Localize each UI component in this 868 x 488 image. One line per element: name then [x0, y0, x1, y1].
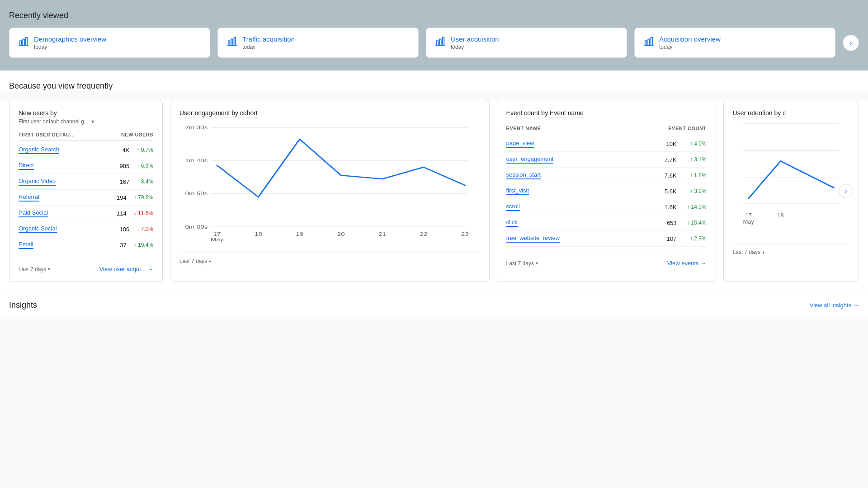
row-change: 6.9%	[137, 163, 153, 169]
svg-rect-14	[651, 38, 653, 45]
row-label[interactable]: Organic Social	[19, 225, 57, 233]
event-name[interactable]: scroll	[506, 203, 520, 211]
svg-rect-2	[26, 38, 28, 45]
rv-card-user-acq[interactable]: User acquisition today	[426, 28, 627, 58]
row-change: 0.7%	[137, 147, 153, 153]
bar-chart-icon	[435, 37, 445, 49]
new-users-subtitle-row: First user default channel g... ▾	[19, 118, 153, 125]
row-label[interactable]: Paid Social	[19, 209, 48, 217]
event-count: 1.6K	[659, 204, 677, 211]
event-values: 10K 4.0%	[659, 141, 707, 147]
table-row: Email 37 19.4%	[19, 237, 153, 253]
insights-section: Insights View all insights →	[0, 291, 868, 319]
event-name[interactable]: session_start	[506, 171, 541, 179]
table-row: Referral 194 79.6%	[19, 190, 153, 206]
cohort-period[interactable]: Last 7 days ▾	[179, 258, 211, 264]
event-change: 3.1%	[684, 156, 707, 163]
cohort-title: User engagement by cohort	[179, 109, 480, 117]
bar-chart-icon	[644, 37, 654, 49]
new-users-table: FIRST USER DEFAU... NEW USERS Organic Se…	[19, 129, 153, 253]
recently-viewed-title: Recently viewed	[9, 11, 859, 20]
event-name[interactable]: first_visit	[506, 187, 529, 195]
retention-next-button[interactable]: ›	[839, 184, 853, 198]
view-events-link[interactable]: View events →	[667, 260, 707, 267]
rv-card-title: Demographics overview	[34, 35, 106, 43]
event-values: 7.7K 3.1%	[659, 156, 707, 163]
row-count: 167	[120, 178, 130, 185]
event-values: 653 15.4%	[659, 220, 707, 226]
recently-viewed-cards: Demographics overview today Traffic acqu…	[9, 28, 859, 58]
rv-card-traffic[interactable]: Traffic acquisition today	[217, 28, 419, 58]
svg-text:17: 17	[213, 231, 221, 237]
view-all-insights-link[interactable]: View all insights →	[810, 302, 859, 309]
svg-text:19: 19	[296, 231, 303, 237]
row-label[interactable]: Referral	[19, 193, 39, 202]
event-row: page_view 10K 4.0%	[506, 136, 707, 152]
event-values: 1.6K 14.0%	[659, 204, 707, 211]
row-count: 106	[120, 226, 130, 233]
svg-text:23: 23	[461, 231, 469, 237]
row-count: 194	[117, 194, 127, 201]
event-values: 5.6K 3.2%	[659, 188, 707, 195]
event-name[interactable]: user_engagement	[506, 155, 554, 164]
new-users-table-header: FIRST USER DEFAU... NEW USERS	[19, 129, 153, 141]
svg-rect-13	[648, 39, 650, 46]
event-row: session_start 7.6K 1.8%	[506, 168, 707, 183]
new-users-period[interactable]: Last 7 days ▾	[19, 266, 50, 272]
new-users-subtitle: First user default channel g...	[19, 118, 89, 125]
event-name[interactable]: free_website_review	[506, 235, 560, 243]
new-users-rows: Organic Search 4K 0.7% Direct 985 6.9% O…	[19, 142, 153, 253]
svg-rect-0	[20, 41, 22, 45]
rv-next-button[interactable]: ›	[843, 35, 859, 51]
rv-card-title: Traffic acquisition	[242, 35, 295, 43]
svg-text:May: May	[743, 218, 754, 225]
event-period[interactable]: Last 7 days ▾	[506, 260, 538, 267]
row-label[interactable]: Direct	[19, 162, 34, 170]
event-count: 5.6K	[659, 188, 677, 195]
rv-card-acq-overview[interactable]: Acquisition overview today	[634, 28, 835, 58]
event-count-title: Event count by Event name	[506, 109, 707, 117]
retention-period[interactable]: Last 7 days ▾	[733, 249, 764, 255]
row-change: 11.6%	[134, 210, 153, 216]
recently-viewed-section: Recently viewed Demographics overview to…	[0, 0, 868, 70]
event-count-card: Event count by Event name EVENT NAME EVE…	[497, 100, 716, 282]
row-label[interactable]: Organic Search	[19, 146, 59, 154]
arrow-icon: →	[147, 266, 153, 272]
event-period-dropdown-icon: ▾	[536, 261, 538, 266]
retention-chart: 17 May 18	[733, 118, 849, 236]
row-values: 985 6.9%	[120, 163, 153, 169]
bar-chart-icon	[19, 37, 28, 49]
svg-rect-4	[228, 41, 230, 45]
event-count: 10K	[659, 141, 677, 147]
event-name[interactable]: page_view	[506, 140, 534, 148]
new-users-footer: Last 7 days ▾ View user acqui... →	[19, 260, 153, 272]
row-label[interactable]: Email	[19, 241, 33, 249]
row-label[interactable]: Organic Video	[19, 178, 56, 186]
row-change: 19.4%	[134, 242, 153, 248]
cards-row: New users by First user default channel …	[0, 100, 868, 291]
svg-text:0m 50s: 0m 50s	[185, 191, 208, 196]
svg-rect-1	[23, 39, 24, 46]
event-count: 7.7K	[659, 156, 677, 163]
insights-arrow-icon: →	[853, 302, 859, 309]
svg-text:0m 00s: 0m 00s	[185, 224, 208, 230]
row-count: 4K	[122, 147, 129, 154]
svg-text:May: May	[211, 237, 224, 242]
svg-text:17: 17	[745, 212, 751, 219]
event-count: 653	[659, 220, 677, 226]
event-name[interactable]: click	[506, 219, 518, 227]
row-change: 8.4%	[137, 178, 153, 185]
event-count: 7.6K	[659, 172, 677, 179]
rv-card-demographics[interactable]: Demographics overview today	[9, 28, 210, 58]
new-users-dropdown-icon[interactable]: ▾	[91, 118, 94, 125]
retention-footer: Last 7 days ▾	[733, 243, 849, 255]
row-values: 37 19.4%	[120, 242, 153, 249]
cohort-card: User engagement by cohort 2m 30s 1m 40s …	[170, 100, 490, 282]
view-user-acqui-link[interactable]: View user acqui... →	[99, 266, 153, 272]
event-row: first_visit 5.6K 3.2%	[506, 183, 707, 199]
row-values: 167 8.4%	[120, 178, 153, 185]
event-rows: page_view 10K 4.0% user_engagement 7.7K …	[506, 136, 707, 247]
rv-card-title: Acquisition overview	[659, 35, 721, 43]
svg-text:18: 18	[777, 212, 783, 219]
table-row: Paid Social 114 11.6%	[19, 206, 153, 221]
